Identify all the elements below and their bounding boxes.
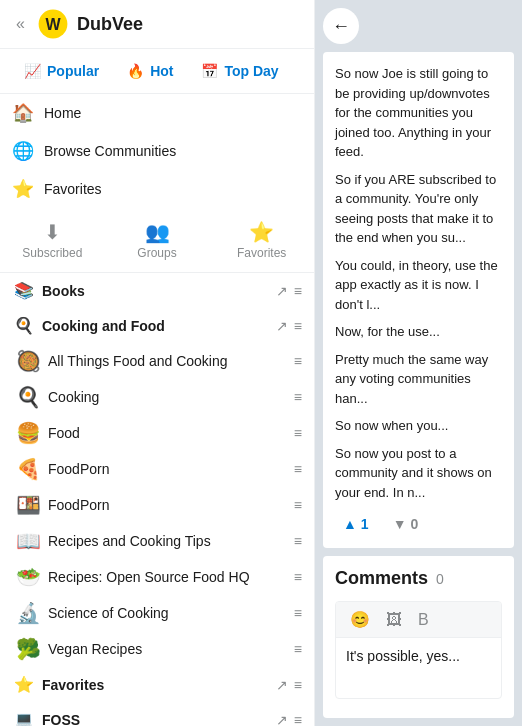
favorites-tab-icon: ⭐ bbox=[249, 220, 274, 244]
community-foodporn2[interactable]: 🍱 FoodPorn ≡ bbox=[0, 487, 314, 523]
favorites-section-actions: ↗ ≡ bbox=[276, 677, 302, 693]
science-cooking-handle[interactable]: ≡ bbox=[294, 605, 302, 621]
books-actions: ↗ ≡ bbox=[276, 283, 302, 299]
books-category-icon: 📚 bbox=[14, 281, 34, 300]
foss-icon: 💻 bbox=[14, 710, 34, 726]
cooking-actions: ↗ ≡ bbox=[276, 318, 302, 334]
recipes-tips-handle[interactable]: ≡ bbox=[294, 533, 302, 549]
community-recipes-oss[interactable]: 🥗 Recipes: Open Source Food HQ ≡ bbox=[0, 559, 314, 595]
community-all-things-food[interactable]: 🥘 All Things Food and Cooking ≡ bbox=[0, 343, 314, 379]
upvote-button[interactable]: ▲ 1 bbox=[335, 512, 377, 536]
back-button[interactable]: ← bbox=[323, 8, 359, 44]
sidebar-item-favorites[interactable]: ⭐ Favorites bbox=[0, 170, 314, 208]
downvote-count: 0 bbox=[411, 516, 419, 532]
recipes-oss-handle[interactable]: ≡ bbox=[294, 569, 302, 585]
sidebar: « W DubVee 📈 Popular 🔥 Hot 📅 Top Day 🏠 H… bbox=[0, 0, 315, 726]
sort-bar: 📈 Popular 🔥 Hot 📅 Top Day bbox=[0, 49, 314, 94]
sort-top-day[interactable]: 📅 Top Day bbox=[189, 57, 290, 85]
cooking-avatar: 🍳 bbox=[16, 385, 40, 409]
category-foss[interactable]: 💻 FOSS ↗ ≡ bbox=[0, 702, 314, 726]
upvote-count: 1 bbox=[361, 516, 369, 532]
category-books[interactable]: 📚 Books ↗ ≡ bbox=[0, 273, 314, 308]
cooking-handle-icon[interactable]: ≡ bbox=[294, 318, 302, 334]
favorites-section-icon: ⭐ bbox=[14, 675, 34, 694]
vote-row: ▲ 1 ▼ 0 bbox=[335, 512, 502, 536]
recipes-tips-avatar: 📖 bbox=[16, 529, 40, 553]
svg-text:W: W bbox=[45, 16, 61, 33]
right-panel: ← So now Joe is still going to be provid… bbox=[315, 0, 522, 726]
comment-editor: 😊 🖼 B It's possible, yes... bbox=[335, 601, 502, 699]
all-things-food-avatar: 🥘 bbox=[16, 349, 40, 373]
foodporn1-handle[interactable]: ≡ bbox=[294, 461, 302, 477]
emoji-button[interactable]: 😊 bbox=[346, 608, 374, 631]
comments-section: Comments 0 😊 🖼 B It's possible, yes... bbox=[323, 556, 514, 718]
community-vegan[interactable]: 🥦 Vegan Recipes ≡ bbox=[0, 631, 314, 667]
vegan-handle[interactable]: ≡ bbox=[294, 641, 302, 657]
comments-header: Comments 0 bbox=[335, 568, 502, 589]
site-logo: W bbox=[37, 8, 69, 40]
cooking-ext-link-icon[interactable]: ↗ bbox=[276, 318, 288, 334]
site-name: DubVee bbox=[77, 14, 143, 35]
community-tabs: ⬇ Subscribed 👥 Groups ⭐ Favorites bbox=[0, 208, 314, 273]
back-icon: ← bbox=[332, 16, 350, 37]
groups-icon: 👥 bbox=[145, 220, 170, 244]
favorites-section-handle[interactable]: ≡ bbox=[294, 677, 302, 693]
downvote-button[interactable]: ▼ 0 bbox=[385, 512, 427, 536]
favorites-ext-link-icon[interactable]: ↗ bbox=[276, 677, 288, 693]
books-ext-link-icon[interactable]: ↗ bbox=[276, 283, 288, 299]
vegan-avatar: 🥦 bbox=[16, 637, 40, 661]
upvote-icon: ▲ bbox=[343, 516, 357, 532]
recipes-oss-avatar: 🥗 bbox=[16, 565, 40, 589]
collapse-button[interactable]: « bbox=[12, 11, 29, 37]
subscribed-icon: ⬇ bbox=[44, 220, 61, 244]
community-recipes-tips[interactable]: 📖 Recipes and Cooking Tips ≡ bbox=[0, 523, 314, 559]
sidebar-header: « W DubVee bbox=[0, 0, 314, 49]
community-food[interactable]: 🍔 Food ≡ bbox=[0, 415, 314, 451]
post-content: So now Joe is still going to be providin… bbox=[323, 52, 514, 548]
logo-area[interactable]: W DubVee bbox=[37, 8, 143, 40]
foodporn2-avatar: 🍱 bbox=[16, 493, 40, 517]
tab-groups[interactable]: 👥 Groups bbox=[105, 212, 210, 268]
category-favorites[interactable]: ⭐ Favorites ↗ ≡ bbox=[0, 667, 314, 702]
bold-button[interactable]: B bbox=[414, 609, 433, 631]
foss-actions: ↗ ≡ bbox=[276, 712, 302, 727]
category-cooking[interactable]: 🍳 Cooking and Food ↗ ≡ bbox=[0, 308, 314, 343]
sidebar-item-browse[interactable]: 🌐 Browse Communities bbox=[0, 132, 314, 170]
hot-icon: 🔥 bbox=[127, 63, 144, 79]
post-text: So now Joe is still going to be providin… bbox=[335, 64, 502, 502]
foodporn2-handle[interactable]: ≡ bbox=[294, 497, 302, 513]
comments-count: 0 bbox=[436, 571, 444, 587]
sort-hot[interactable]: 🔥 Hot bbox=[115, 57, 185, 85]
community-science-cooking[interactable]: 🔬 Science of Cooking ≡ bbox=[0, 595, 314, 631]
tab-favorites[interactable]: ⭐ Favorites bbox=[209, 212, 314, 268]
sidebar-item-home[interactable]: 🏠 Home bbox=[0, 94, 314, 132]
tab-subscribed[interactable]: ⬇ Subscribed bbox=[0, 212, 105, 268]
comments-title: Comments bbox=[335, 568, 428, 589]
foss-ext-link-icon[interactable]: ↗ bbox=[276, 712, 288, 727]
comment-input[interactable]: It's possible, yes... bbox=[336, 638, 501, 698]
browse-icon: 🌐 bbox=[12, 140, 34, 162]
comment-toolbar: 😊 🖼 B bbox=[336, 602, 501, 638]
community-foodporn1[interactable]: 🍕 FoodPorn ≡ bbox=[0, 451, 314, 487]
popular-icon: 📈 bbox=[24, 63, 41, 79]
home-icon: 🏠 bbox=[12, 102, 34, 124]
cooking-handle[interactable]: ≡ bbox=[294, 389, 302, 405]
favorites-icon: ⭐ bbox=[12, 178, 34, 200]
top-day-icon: 📅 bbox=[201, 63, 218, 79]
community-cooking[interactable]: 🍳 Cooking ≡ bbox=[0, 379, 314, 415]
image-button[interactable]: 🖼 bbox=[382, 609, 406, 631]
foodporn1-avatar: 🍕 bbox=[16, 457, 40, 481]
cooking-category-icon: 🍳 bbox=[14, 316, 34, 335]
food-avatar: 🍔 bbox=[16, 421, 40, 445]
science-cooking-avatar: 🔬 bbox=[16, 601, 40, 625]
sort-popular[interactable]: 📈 Popular bbox=[12, 57, 111, 85]
food-handle[interactable]: ≡ bbox=[294, 425, 302, 441]
foss-handle[interactable]: ≡ bbox=[294, 712, 302, 727]
books-handle-icon[interactable]: ≡ bbox=[294, 283, 302, 299]
all-things-food-handle[interactable]: ≡ bbox=[294, 353, 302, 369]
downvote-icon: ▼ bbox=[393, 516, 407, 532]
